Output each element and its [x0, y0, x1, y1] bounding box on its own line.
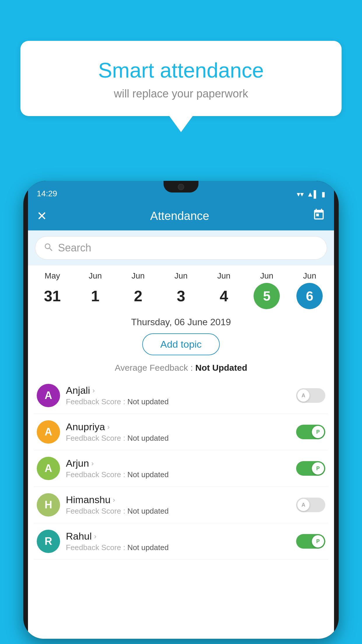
attendance-toggle[interactable]: A	[296, 388, 325, 403]
date-item[interactable]: Jun4	[206, 271, 241, 309]
date-day: 31	[39, 283, 66, 309]
student-name: Anjali ›	[66, 385, 296, 396]
toggle-wrapper[interactable]: P	[296, 534, 325, 549]
date-month: Jun	[217, 271, 231, 281]
student-score: Feedback Score : Not updated	[66, 470, 296, 479]
avg-feedback: Average Feedback : Not Updated	[28, 358, 334, 377]
date-item[interactable]: Jun3	[164, 271, 198, 309]
calendar-icon[interactable]	[312, 208, 325, 224]
toggle-wrapper[interactable]: A	[296, 388, 325, 403]
speech-bubble: Smart attendance will replace your paper…	[20, 41, 342, 116]
student-avatar: A	[37, 457, 60, 480]
student-avatar: R	[37, 530, 60, 553]
attendance-toggle[interactable]: A	[296, 498, 325, 512]
date-item[interactable]: Jun6	[292, 271, 327, 309]
app-title: Attendance	[150, 209, 209, 223]
chevron-icon: ›	[107, 423, 110, 431]
student-info: Rahul ›Feedback Score : Not updated	[66, 531, 296, 552]
toggle-knob: P	[312, 535, 324, 547]
date-day: 1	[82, 283, 108, 309]
date-month: Jun	[303, 271, 316, 281]
student-score: Feedback Score : Not updated	[66, 397, 296, 406]
phone-wrapper: 14:29 ▾▾ ▲▌ ▮ ✕ Attendance	[23, 181, 339, 644]
attendance-toggle[interactable]: P	[296, 534, 325, 549]
student-item[interactable]: AAnjali ›Feedback Score : Not updatedA	[34, 377, 328, 414]
search-bar: Search	[28, 230, 334, 265]
student-name: Arjun ›	[66, 458, 296, 469]
search-input[interactable]: Search	[58, 242, 91, 254]
date-day: 4	[211, 283, 237, 309]
chevron-icon: ›	[113, 496, 115, 504]
student-item[interactable]: AArjun ›Feedback Score : Not updatedP	[34, 450, 328, 487]
chevron-icon: ›	[94, 532, 96, 540]
app-content: Search May31Jun1Jun2Jun3Jun4Jun5Jun6 Thu…	[28, 230, 334, 639]
close-button[interactable]: ✕	[37, 209, 47, 223]
student-info: Arjun ›Feedback Score : Not updated	[66, 458, 296, 479]
battery-icon: ▮	[321, 190, 325, 198]
student-score: Feedback Score : Not updated	[66, 543, 296, 552]
toggle-knob: P	[312, 426, 324, 438]
chevron-icon: ›	[91, 459, 94, 468]
speech-bubble-subtitle: will replace your paperwork	[38, 88, 324, 100]
status-icons: ▾▾ ▲▌ ▮	[297, 190, 325, 198]
student-name: Himanshu ›	[66, 494, 296, 505]
wifi-icon: ▾▾	[297, 190, 304, 198]
speech-bubble-title: Smart attendance	[38, 58, 324, 82]
date-item[interactable]: Jun1	[78, 271, 113, 309]
avg-feedback-label: Average Feedback :	[115, 363, 193, 372]
student-avatar: A	[37, 384, 60, 407]
student-list: AAnjali ›Feedback Score : Not updatedAAA…	[28, 377, 334, 560]
add-topic-button[interactable]: Add topic	[142, 333, 220, 355]
date-item[interactable]: May31	[35, 271, 70, 309]
phone-notch	[164, 181, 198, 192]
signal-icon: ▲▌	[307, 190, 319, 198]
student-item[interactable]: AAnupriya ›Feedback Score : Not updatedP	[34, 414, 328, 450]
date-day: 3	[168, 283, 194, 309]
date-item[interactable]: Jun5	[249, 271, 284, 309]
status-time: 14:29	[37, 189, 57, 198]
chevron-icon: ›	[92, 386, 95, 395]
date-day: 5	[254, 283, 280, 309]
date-day: 6	[296, 283, 323, 309]
toggle-knob: A	[297, 389, 310, 402]
toggle-wrapper[interactable]: A	[296, 498, 325, 512]
date-month: Jun	[260, 271, 273, 281]
search-input-wrapper[interactable]: Search	[35, 236, 327, 260]
student-score: Feedback Score : Not updated	[66, 507, 296, 516]
student-info: Himanshu ›Feedback Score : Not updated	[66, 494, 296, 516]
camera-dot	[178, 184, 184, 190]
speech-bubble-container: Smart attendance will replace your paper…	[20, 41, 342, 132]
date-month: May	[45, 271, 60, 281]
attendance-toggle[interactable]: P	[296, 425, 325, 439]
student-score: Feedback Score : Not updated	[66, 434, 296, 443]
phone: 14:29 ▾▾ ▲▌ ▮ ✕ Attendance	[23, 181, 339, 639]
speech-bubble-tail	[169, 116, 193, 132]
selected-date-label: Thursday, 06 June 2019	[28, 312, 334, 330]
student-name: Rahul ›	[66, 531, 296, 542]
student-name: Anupriya ›	[66, 421, 296, 433]
toggle-wrapper[interactable]: P	[296, 461, 325, 476]
app-header: ✕ Attendance	[28, 201, 334, 230]
date-month: Jun	[89, 271, 102, 281]
student-avatar: H	[37, 493, 60, 517]
student-avatar: A	[37, 420, 60, 444]
student-info: Anupriya ›Feedback Score : Not updated	[66, 421, 296, 443]
search-icon	[43, 242, 54, 254]
date-item[interactable]: Jun2	[121, 271, 156, 309]
student-info: Anjali ›Feedback Score : Not updated	[66, 385, 296, 406]
attendance-toggle[interactable]: P	[296, 461, 325, 476]
date-month: Jun	[131, 271, 145, 281]
student-item[interactable]: HHimanshu ›Feedback Score : Not updatedA	[34, 487, 328, 523]
date-month: Jun	[174, 271, 187, 281]
toggle-knob: A	[297, 499, 310, 511]
avg-feedback-value: Not Updated	[195, 363, 247, 372]
toggle-knob: P	[312, 462, 324, 475]
toggle-wrapper[interactable]: P	[296, 425, 325, 439]
student-item[interactable]: RRahul ›Feedback Score : Not updatedP	[34, 523, 328, 560]
date-strip: May31Jun1Jun2Jun3Jun4Jun5Jun6	[28, 265, 334, 312]
date-day: 2	[125, 283, 151, 309]
